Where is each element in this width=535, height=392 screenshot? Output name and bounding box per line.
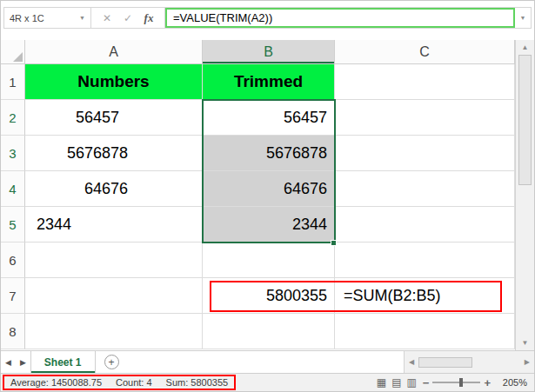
cell-C8[interactable] bbox=[335, 314, 515, 349]
view-page-layout-icon[interactable]: ▤ bbox=[391, 376, 401, 389]
column-header-c[interactable]: C bbox=[335, 40, 515, 64]
sheet-tab-bar: ◀ ▶ Sheet 1 + ◀ ▶ bbox=[1, 350, 534, 373]
cell-B6[interactable] bbox=[203, 243, 335, 278]
hscroll-right-icon[interactable]: ▶ bbox=[520, 358, 534, 366]
cell-B5[interactable]: 2344 bbox=[203, 207, 335, 243]
hscroll-thumb[interactable] bbox=[418, 357, 472, 368]
cell-B1[interactable]: Trimmed bbox=[203, 64, 335, 100]
row-header-6[interactable]: 6 bbox=[1, 243, 25, 278]
formula-bar-expand-icon[interactable]: ▼ bbox=[515, 8, 531, 28]
tab-sheet1-label: Sheet 1 bbox=[44, 356, 82, 369]
sheet-nav-right-icon[interactable]: ▶ bbox=[16, 351, 30, 373]
zoom-level[interactable]: 205% bbox=[498, 377, 527, 388]
status-sum: Sum: 5800355 bbox=[166, 377, 229, 388]
cell-A7[interactable] bbox=[25, 278, 203, 314]
row-header-8[interactable]: 8 bbox=[1, 314, 25, 349]
name-box-value: 4R x 1C bbox=[10, 13, 44, 23]
name-box-dropdown-icon[interactable]: ▼ bbox=[79, 15, 85, 21]
view-normal-icon[interactable]: ▦ bbox=[377, 376, 386, 389]
row-7: 7 5800355 =SUM(B2:B5) bbox=[1, 278, 515, 314]
cell-B8[interactable] bbox=[203, 314, 335, 349]
zoom-in-button[interactable]: + bbox=[484, 376, 491, 389]
status-count: Count: 4 bbox=[116, 377, 152, 388]
vscroll-track[interactable] bbox=[516, 185, 534, 336]
cell-C4[interactable] bbox=[335, 171, 515, 207]
zoom-slider[interactable] bbox=[432, 382, 480, 383]
formula-input[interactable]: =VALUE(TRIM(A2)) bbox=[165, 8, 515, 28]
horizontal-scrollbar[interactable]: ◀ ▶ bbox=[404, 351, 534, 373]
cell-A3[interactable]: 5676878 bbox=[25, 136, 203, 171]
formula-bar: 4R x 1C ▼ ✕ ✓ fx =VALUE(TRIM(A2)) ▼ bbox=[3, 7, 532, 29]
excel-window: 4R x 1C ▼ ✕ ✓ fx =VALUE(TRIM(A2)) ▼ A B … bbox=[0, 0, 535, 392]
status-highlight-box: Average: 1450088.75 Count: 4 Sum: 580035… bbox=[3, 375, 236, 390]
name-box[interactable]: 4R x 1C ▼ bbox=[4, 8, 91, 28]
vscroll-up-icon[interactable]: ▲ bbox=[516, 40, 534, 55]
select-all-corner[interactable] bbox=[1, 40, 25, 64]
tab-sheet1[interactable]: Sheet 1 bbox=[30, 351, 96, 373]
row-1: 1 Numbers Trimmed bbox=[1, 64, 515, 100]
row-header-2[interactable]: 2 bbox=[1, 100, 25, 136]
cell-A6[interactable] bbox=[25, 243, 203, 278]
formula-bar-buttons: ✕ ✓ fx bbox=[91, 8, 165, 28]
row-header-3[interactable]: 3 bbox=[1, 136, 25, 171]
cell-A1[interactable]: Numbers bbox=[25, 64, 203, 100]
cell-C5[interactable] bbox=[335, 207, 515, 243]
row-3: 3 5676878 5676878 bbox=[1, 136, 515, 171]
enter-icon[interactable]: ✓ bbox=[117, 12, 138, 24]
row-header-7[interactable]: 7 bbox=[1, 278, 25, 314]
view-page-break-icon[interactable]: ▥ bbox=[406, 376, 416, 389]
cell-C1[interactable] bbox=[335, 64, 515, 100]
vscroll-thumb[interactable] bbox=[518, 55, 532, 185]
vscroll-down-icon[interactable]: ▼ bbox=[516, 336, 534, 350]
formula-text: =VALUE(TRIM(A2)) bbox=[173, 11, 272, 24]
row-8: 8 bbox=[1, 314, 515, 349]
row-6: 6 bbox=[1, 243, 515, 278]
row-5: 5 2344 2344 bbox=[1, 207, 515, 243]
grid: A B C 1 Numbers Trimmed 2 56457 56457 3 bbox=[1, 40, 515, 350]
cell-C6[interactable] bbox=[335, 243, 515, 278]
cell-B2[interactable]: 56457 bbox=[203, 100, 335, 136]
sheet-nav-left-icon[interactable]: ◀ bbox=[1, 351, 16, 373]
row-4: 4 64676 64676 bbox=[1, 171, 515, 207]
cell-A5[interactable]: 2344 bbox=[25, 207, 203, 243]
cell-A2[interactable]: 56457 bbox=[25, 100, 203, 136]
status-bar: Average: 1450088.75 Count: 4 Sum: 580035… bbox=[1, 373, 534, 391]
zoom-out-button[interactable]: − bbox=[423, 376, 430, 389]
insert-function-icon[interactable]: fx bbox=[138, 11, 159, 25]
status-average: Average: 1450088.75 bbox=[10, 377, 102, 388]
cell-B7[interactable]: 5800355 bbox=[203, 278, 335, 314]
column-header-row: A B C bbox=[1, 40, 515, 64]
add-sheet-button[interactable]: + bbox=[104, 355, 119, 369]
select-all-triangle-icon bbox=[13, 52, 23, 62]
cell-C2[interactable] bbox=[335, 100, 515, 136]
vertical-scrollbar[interactable]: ▲ ▼ bbox=[515, 40, 534, 350]
cell-C3[interactable] bbox=[335, 136, 515, 171]
plus-icon: + bbox=[109, 356, 115, 369]
fill-handle[interactable] bbox=[331, 240, 337, 246]
worksheet-area: A B C 1 Numbers Trimmed 2 56457 56457 3 bbox=[1, 40, 534, 350]
cell-C7[interactable]: =SUM(B2:B5) bbox=[335, 278, 515, 314]
cell-B4[interactable]: 64676 bbox=[203, 171, 335, 207]
column-header-b[interactable]: B bbox=[203, 40, 335, 64]
cell-B3[interactable]: 5676878 bbox=[203, 136, 335, 171]
row-header-4[interactable]: 4 bbox=[1, 171, 25, 207]
row-header-1[interactable]: 1 bbox=[1, 64, 25, 100]
column-header-a[interactable]: A bbox=[25, 40, 203, 64]
cancel-icon[interactable]: ✕ bbox=[97, 12, 117, 24]
zoom-thumb[interactable] bbox=[459, 378, 463, 387]
row-header-5[interactable]: 5 bbox=[1, 207, 25, 243]
row-2: 2 56457 56457 bbox=[1, 100, 515, 136]
cell-A4[interactable]: 64676 bbox=[25, 171, 203, 207]
cell-A8[interactable] bbox=[25, 314, 203, 349]
sheet-bar-spacer bbox=[119, 351, 404, 373]
hscroll-left-icon[interactable]: ◀ bbox=[405, 358, 418, 366]
